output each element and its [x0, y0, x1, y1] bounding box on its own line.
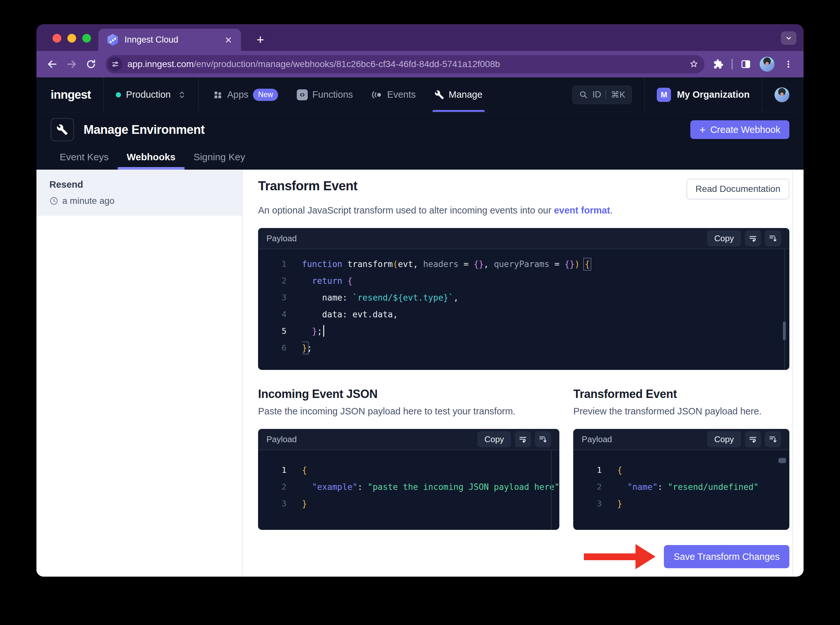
user-avatar[interactable] — [775, 87, 789, 102]
url-text: app.inngest.com/env/production/manage/we… — [128, 59, 687, 69]
tab-webhooks[interactable]: Webhooks — [118, 146, 185, 169]
window-controls — [53, 34, 91, 43]
code-line[interactable]: 3} — [573, 495, 789, 512]
editor-header: Payload Copy — [258, 429, 559, 450]
url-bar[interactable]: app.inngest.com/env/production/manage/we… — [106, 55, 705, 73]
copy-button[interactable]: Copy — [478, 431, 511, 447]
word-wrap-icon — [518, 435, 527, 444]
line-number: 3 — [258, 289, 286, 306]
new-badge: New — [253, 89, 278, 101]
payload-label: Payload — [582, 434, 612, 445]
extensions-button[interactable] — [710, 56, 726, 72]
org-initial-badge: M — [657, 88, 671, 102]
minimize-window-button[interactable] — [67, 34, 76, 43]
expand-lines-button[interactable] — [765, 230, 781, 246]
copy-button[interactable]: Copy — [707, 431, 741, 447]
chevron-down-icon — [784, 34, 793, 42]
code-line[interactable]: 3 name: `resend/${evt.type}`, — [258, 289, 789, 306]
browser-menu-button[interactable] — [780, 56, 796, 72]
tab-event-keys[interactable]: Event Keys — [51, 146, 118, 169]
org-switcher[interactable]: M My Organization — [657, 88, 750, 102]
expand-lines-button[interactable] — [765, 431, 781, 447]
event-format-link[interactable]: event format — [554, 205, 610, 215]
transform-panel: Transform Event Read Documentation An op… — [243, 169, 804, 577]
nav-item-events[interactable]: Events — [372, 78, 416, 112]
unfold-chevrons-icon — [178, 90, 186, 100]
code-area[interactable]: 1{2 "name": "resend/undefined"3} — [573, 450, 789, 530]
editor-scroll-thumb[interactable] — [783, 322, 786, 340]
zoom-window-button[interactable] — [82, 34, 91, 43]
save-transform-changes-button[interactable]: Save Transform Changes — [664, 545, 789, 568]
reload-icon — [86, 59, 96, 70]
page-content: Resend a minute ago Transform Event Read… — [36, 169, 804, 577]
tab-search-button[interactable] — [781, 31, 796, 45]
manage-environment-icon-box — [51, 118, 74, 141]
copy-button[interactable]: Copy — [707, 230, 741, 246]
code-line[interactable]: 4 data: evt.data, — [258, 306, 789, 323]
browser-toolbar: app.inngest.com/env/production/manage/we… — [36, 51, 804, 78]
line-number: 5 — [258, 323, 286, 340]
inngest-logo[interactable]: inngest — [51, 78, 91, 112]
tab-signing-key[interactable]: Signing Key — [185, 146, 254, 169]
code-area[interactable]: 1{2 "example": "paste the incoming JSON … — [258, 450, 559, 530]
code-line[interactable]: 2 return { — [258, 272, 789, 289]
line-number: 2 — [258, 479, 286, 495]
search-id-label: ID — [592, 90, 601, 100]
read-documentation-button[interactable]: Read Documentation — [686, 179, 789, 199]
forward-button[interactable] — [63, 56, 80, 73]
code-line[interactable]: 1function transform(evt, headers = {}, q… — [258, 256, 789, 272]
functions-code-icon — [297, 89, 308, 100]
word-wrap-button[interactable] — [745, 230, 761, 246]
expand-lines-button[interactable] — [535, 431, 551, 447]
section-title: Transform Event — [258, 179, 358, 193]
word-wrap-button[interactable] — [515, 431, 531, 447]
webhook-name: Resend — [49, 179, 229, 190]
code-line[interactable]: 1{ — [258, 462, 559, 479]
page-scrollbar[interactable] — [792, 169, 793, 577]
env-status-dot — [116, 92, 121, 97]
editor-header: Payload Copy — [573, 429, 789, 450]
bookmark-star-icon[interactable] — [689, 59, 699, 69]
nav-divider — [103, 78, 104, 112]
org-name: My Organization — [677, 89, 750, 100]
browser-profile-avatar[interactable] — [760, 57, 775, 72]
webhook-list-item-resend[interactable]: Resend a minute ago — [36, 169, 242, 216]
transform-code-editor: Payload Copy — [258, 228, 789, 370]
site-info-icon[interactable] — [108, 57, 122, 71]
transformed-payload-editor: Payload Copy — [573, 429, 789, 530]
tab-close-icon[interactable] — [224, 36, 233, 44]
close-window-button[interactable] — [53, 34, 61, 43]
code-line[interactable]: 1{ — [573, 462, 789, 479]
desktop-background: Inngest Cloud + — [0, 0, 840, 625]
code-line[interactable]: 5 }; — [258, 323, 789, 340]
code-line[interactable]: 2 "name": "resend/undefined" — [573, 479, 789, 495]
new-tab-button[interactable]: + — [252, 31, 269, 48]
create-webhook-button[interactable]: + Create Webhook — [690, 120, 789, 139]
browser-tab[interactable]: Inngest Cloud — [98, 29, 241, 51]
reload-button[interactable] — [82, 56, 100, 73]
side-panel-button[interactable] — [738, 56, 754, 72]
nav-divider — [198, 78, 199, 112]
kebab-menu-icon — [784, 60, 793, 69]
nav-item-label: Manage — [449, 89, 482, 100]
code-line[interactable]: 3} — [258, 495, 559, 512]
editor-scroll-thumb[interactable] — [778, 458, 786, 463]
code-line[interactable]: 6}; — [258, 340, 789, 356]
code-line[interactable]: 2 "example": "paste the incoming JSON pa… — [258, 479, 559, 495]
apps-grid-icon — [213, 90, 222, 100]
nav-item-apps[interactable]: Apps New — [213, 78, 278, 112]
search-button[interactable]: ID ⌘K — [572, 86, 632, 104]
code-area[interactable]: 1function transform(evt, headers = {}, q… — [258, 249, 789, 370]
word-wrap-button[interactable] — [745, 431, 761, 447]
back-button[interactable] — [44, 56, 61, 73]
page-title: Manage Environment — [84, 123, 205, 137]
incoming-json-title: Incoming Event JSON — [258, 387, 559, 401]
browser-window: Inngest Cloud + — [36, 24, 804, 577]
webhook-updated-time: a minute ago — [62, 196, 115, 206]
incoming-json-description: Paste the incoming JSON payload here to … — [258, 406, 559, 417]
environment-tabs: Event Keys Webhooks Signing Key — [51, 146, 789, 169]
puzzle-icon — [713, 59, 723, 69]
environment-selector[interactable]: Production — [116, 78, 187, 112]
nav-item-functions[interactable]: Functions — [297, 78, 353, 112]
nav-item-manage[interactable]: Manage — [434, 78, 482, 112]
